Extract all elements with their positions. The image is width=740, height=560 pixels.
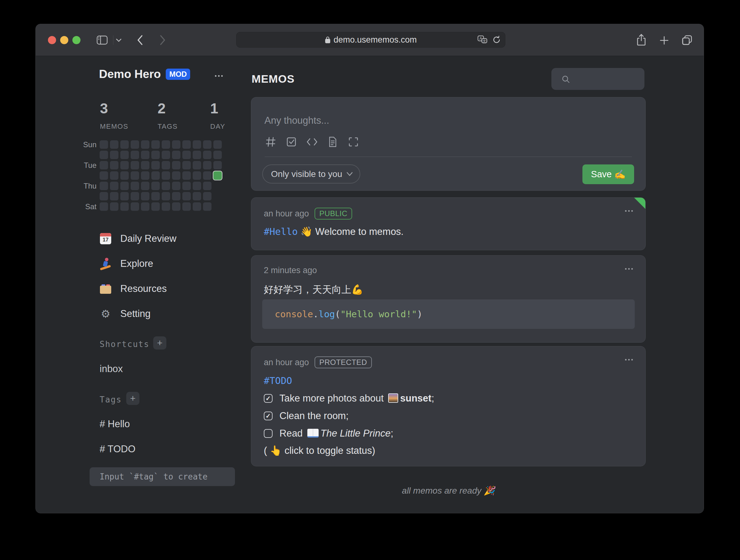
sidebar-item-resources[interactable]: Resources: [99, 276, 176, 301]
tag-item-hello[interactable]: # Hello: [100, 418, 130, 430]
close-window-button[interactable]: [48, 36, 56, 44]
todo-text: Take more photos about 🌄sunset;: [279, 393, 434, 404]
hashtag-icon[interactable]: [265, 136, 276, 148]
heatmap-cell: [162, 161, 170, 170]
user-menu-ellipsis-icon[interactable]: [212, 71, 225, 80]
search-input[interactable]: [551, 68, 644, 90]
add-tag-button[interactable]: +: [126, 392, 140, 405]
heatmap-cell: [120, 151, 129, 159]
tags-heading: Tags: [100, 395, 122, 404]
address-bar[interactable]: demo.usememos.com A 文: [236, 32, 505, 48]
tag-create-input[interactable]: [90, 467, 235, 486]
heatmap-cell: [193, 171, 201, 180]
heatmap-cell: [100, 182, 108, 190]
sidebar-item-daily-review[interactable]: Daily Review: [99, 226, 176, 251]
todo-checkbox[interactable]: [264, 411, 273, 420]
composer-placeholder: Any thoughts...: [264, 115, 329, 126]
code-token: console: [275, 309, 313, 319]
heatmap-cell: [100, 202, 108, 211]
new-tab-icon[interactable]: [658, 34, 670, 47]
sidebar-item-setting[interactable]: ⚙ Setting: [99, 301, 176, 326]
stat-memos-label: MEMOS: [100, 122, 128, 130]
heatmap-cell: [100, 171, 108, 180]
heatmap-cell: [141, 151, 150, 159]
sidebar-toggle-icon[interactable]: [96, 34, 108, 46]
file-icon[interactable]: [327, 136, 338, 148]
heatmap-cell: [131, 151, 139, 159]
heatmap-cell: [193, 182, 201, 190]
todo-text: Read 📖The Little Prince;: [279, 428, 393, 439]
code-token: "Hello world!": [341, 309, 417, 319]
heatmap-cell: [131, 140, 139, 149]
heatmap-cell: [110, 202, 118, 211]
memo-content: #Hello 👋 Welcome to memos.: [264, 226, 403, 238]
nav-label: Setting: [120, 308, 151, 319]
heatmap-cell: [141, 161, 150, 170]
shortcut-item-inbox[interactable]: inbox: [100, 363, 123, 375]
memo-card: 2 minutes ago 好好学习，天天向上💪 console.log("He…: [251, 255, 646, 343]
code-block: console.log("Hello world!"): [262, 299, 635, 329]
heatmap-day-label: Thu: [83, 182, 96, 190]
memo-menu-ellipsis-icon[interactable]: [625, 359, 633, 361]
heatmap-cell: [120, 171, 129, 180]
heatmap-cell: [141, 192, 150, 200]
visibility-dropdown[interactable]: Only visible to you: [262, 165, 360, 184]
back-button[interactable]: [135, 33, 145, 47]
heatmap-cell: [120, 202, 129, 211]
status-footer: all memos are ready 🎉: [251, 485, 646, 496]
stat-memos: 3 MEMOS: [100, 100, 128, 130]
sidebar-item-explore[interactable]: Explore: [99, 251, 176, 276]
heatmap-cell: [100, 140, 108, 149]
todo-checkbox[interactable]: [264, 429, 273, 438]
memo-menu-ellipsis-icon[interactable]: [625, 210, 633, 212]
heatmap-cell: [203, 192, 211, 200]
content-tag[interactable]: #TODO: [264, 375, 292, 386]
heatmap-cell: [203, 202, 211, 211]
heatmap-cell: [213, 161, 222, 170]
heatmap-day-label: Sun: [83, 140, 96, 149]
tag-item-todo[interactable]: # TODO: [100, 444, 135, 455]
code-icon[interactable]: [306, 136, 318, 148]
chevron-down-icon[interactable]: [115, 37, 122, 43]
heatmap-cell: [182, 140, 191, 149]
heatmap-cell: [110, 161, 118, 170]
visibility-label: Only visible to you: [271, 169, 342, 179]
zoom-window-button[interactable]: [72, 36, 81, 44]
memo-card: an hour ago PUBLIC #Hello 👋 Welcome to m…: [251, 197, 646, 250]
translate-icon[interactable]: A 文: [477, 35, 487, 44]
fullscreen-icon[interactable]: [348, 136, 359, 148]
minimize-window-button[interactable]: [60, 36, 68, 44]
heatmap-cell: [193, 202, 201, 211]
nav-label: Explore: [120, 258, 153, 269]
content-tag[interactable]: #Hello: [264, 226, 298, 237]
user-row[interactable]: Demo Hero MOD: [99, 68, 190, 81]
stat-memos-value: 3: [100, 100, 128, 117]
reload-icon[interactable]: [492, 35, 501, 44]
heatmap-cell: [172, 151, 180, 159]
heatmap-cell: [182, 171, 191, 180]
heatmap-cell: [203, 161, 211, 170]
toolbar-divider: [113, 35, 113, 45]
heatmap-cell: [100, 151, 108, 159]
code-token: (: [335, 309, 340, 319]
heatmap-cell: [131, 171, 139, 180]
memo-timestamp: 2 minutes ago: [264, 266, 317, 275]
heatmap-cell: [203, 140, 211, 149]
checkbox-icon[interactable]: [286, 136, 297, 148]
heatmap-cell: [203, 171, 211, 180]
heatmap-cell: [193, 161, 201, 170]
heatmap-cell: [151, 161, 160, 170]
memo-composer[interactable]: Any thoughts...: [251, 97, 646, 191]
memo-menu-ellipsis-icon[interactable]: [625, 268, 633, 270]
sidebar: Demo Hero MOD 3 MEMOS 2 TAGS 1 DAY: [99, 57, 246, 513]
share-icon[interactable]: [635, 33, 648, 47]
save-label: Save: [591, 169, 612, 179]
save-button[interactable]: Save ✍️: [582, 165, 634, 184]
stat-day-value: 1: [210, 100, 225, 117]
add-shortcut-button[interactable]: +: [153, 337, 166, 350]
todo-checkbox[interactable]: [264, 394, 273, 403]
forward-button[interactable]: [158, 33, 167, 47]
tab-overview-icon[interactable]: [680, 33, 693, 47]
heatmap-cell: [141, 140, 150, 149]
heatmap-cell: [182, 182, 191, 190]
